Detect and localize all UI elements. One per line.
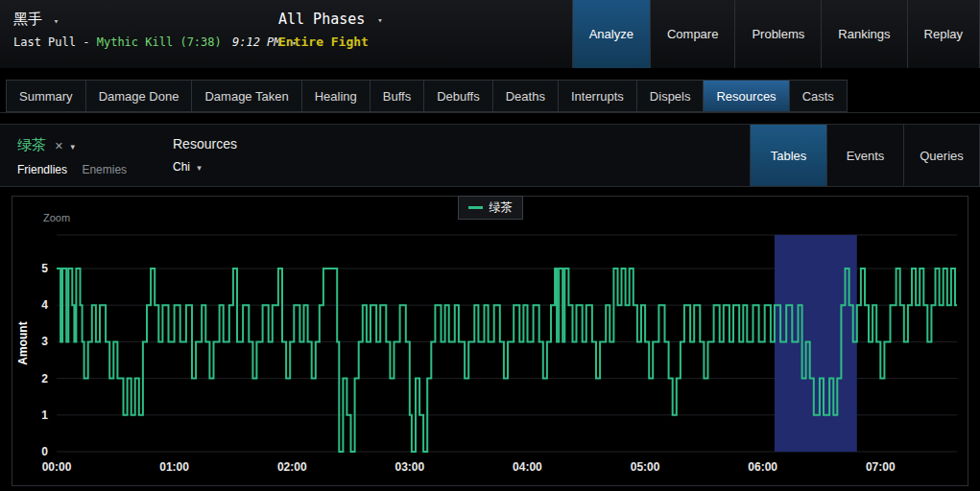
header-spacer <box>383 0 572 68</box>
filter-bar: 绿茶 ✕ ▾ Friendlies Enemies Resources Chi … <box>0 124 980 187</box>
rtab-damage-done[interactable]: Damage Done <box>86 80 193 112</box>
y-tick-label: 3 <box>41 335 48 348</box>
resource-chart-panel: 绿茶 Zoom 01234500:0001:0002:0003:0004:000… <box>12 196 968 486</box>
rtab-resources[interactable]: Resources <box>704 80 789 112</box>
chevron-down-icon: ▾ <box>197 163 202 173</box>
phase-selector[interactable]: All Phases ▾ Entire Fight <box>278 0 383 68</box>
chart-legend[interactable]: 绿茶 <box>458 196 523 220</box>
phases-label[interactable]: All Phases <box>278 11 365 28</box>
friendlies-toggle[interactable]: Friendlies <box>17 163 67 176</box>
rtab-dispels[interactable]: Dispels <box>637 80 705 112</box>
x-tick-label: 04:00 <box>513 460 542 474</box>
zoom-selection[interactable] <box>775 235 857 452</box>
x-tick-label: 05:00 <box>631 460 660 474</box>
player-name[interactable]: 绿茶 <box>17 136 46 152</box>
close-icon[interactable]: ✕ <box>55 140 63 152</box>
chevron-down-icon: ▾ <box>54 16 59 26</box>
main-tab-problems[interactable]: Problems <box>734 0 821 68</box>
y-tick-label: 5 <box>41 262 48 275</box>
series-color-swatch <box>468 206 483 209</box>
filter-bar-spacer <box>237 125 750 186</box>
warcraft-logs-report: 黑手 ▾ Last Pull - Mythic Kill (7:38) 9:12… <box>0 0 980 486</box>
y-axis-title: Amount <box>16 321 30 364</box>
main-tab-compare[interactable]: Compare <box>650 0 734 68</box>
rtab-healing[interactable]: Healing <box>302 80 370 112</box>
report-tabs-row: SummaryDamage DoneDamage TakenHealingBuf… <box>0 80 980 113</box>
rtab-deaths[interactable]: Deaths <box>493 80 559 112</box>
resources-title: Resources <box>173 136 237 152</box>
entire-fight-label: Entire Fight <box>278 35 383 49</box>
x-tick-label: 02:00 <box>277 460 307 474</box>
rtab-casts[interactable]: Casts <box>790 80 848 112</box>
rtab-interrupts[interactable]: Interrupts <box>559 80 637 112</box>
x-tick-label: 03:00 <box>394 460 424 474</box>
player-filter-pill[interactable]: 绿茶 ✕ ▾ <box>17 136 173 154</box>
main-tab-replay[interactable]: Replay <box>907 0 980 68</box>
x-tick-label: 06:00 <box>748 460 777 474</box>
rtab-buffs[interactable]: Buffs <box>370 80 424 112</box>
x-tick-label: 01:00 <box>159 460 189 474</box>
rtab-summary[interactable]: Summary <box>6 80 86 112</box>
report-tabs: SummaryDamage DoneDamage TakenHealingBuf… <box>6 80 980 112</box>
resource-selector-block: Resources Chi ▾ <box>173 125 237 186</box>
x-tick-label: 00:00 <box>42 460 72 474</box>
main-tab-analyze[interactable]: Analyze <box>572 0 650 68</box>
pull-label: Last Pull - <box>13 35 89 49</box>
enemies-toggle[interactable]: Enemies <box>82 163 127 176</box>
view-tabs: TablesEventsQueries <box>750 125 980 186</box>
rtab-debuffs[interactable]: Debuffs <box>424 80 493 112</box>
y-tick-label: 1 <box>41 409 48 422</box>
legend-label: 绿茶 <box>490 199 513 216</box>
y-tick-label: 0 <box>41 445 48 458</box>
vtab-queries[interactable]: Queries <box>903 125 980 186</box>
vtab-events[interactable]: Events <box>826 125 903 186</box>
x-tick-label: 07:00 <box>866 460 896 474</box>
main-tab-rankings[interactable]: Rankings <box>821 0 906 68</box>
resource-type-value[interactable]: Chi <box>173 160 190 174</box>
rtab-damage-taken[interactable]: Damage Taken <box>192 80 301 112</box>
player-filter-block: 绿茶 ✕ ▾ Friendlies Enemies <box>0 125 173 186</box>
chi-chart[interactable]: 01234500:0001:0002:0003:0004:0005:0006:0… <box>12 197 968 485</box>
vtab-tables[interactable]: Tables <box>750 125 826 186</box>
pull-time: 9:12 PM <box>232 35 281 49</box>
fight-selector[interactable]: 黑手 ▾ Last Pull - Mythic Kill (7:38) 9:12… <box>0 0 278 68</box>
main-nav-tabs: AnalyzeCompareProblemsRankingsReplay <box>572 0 980 68</box>
y-tick-label: 4 <box>41 298 48 312</box>
report-header: 黑手 ▾ Last Pull - Mythic Kill (7:38) 9:12… <box>0 0 980 68</box>
boss-name[interactable]: 黑手 <box>13 11 42 28</box>
kill-label: Mythic Kill (7:38) <box>97 35 222 49</box>
chevron-down-icon[interactable]: ▾ <box>70 142 75 152</box>
y-tick-label: 2 <box>41 372 48 386</box>
resource-type-dropdown[interactable]: Chi ▾ <box>173 160 237 174</box>
